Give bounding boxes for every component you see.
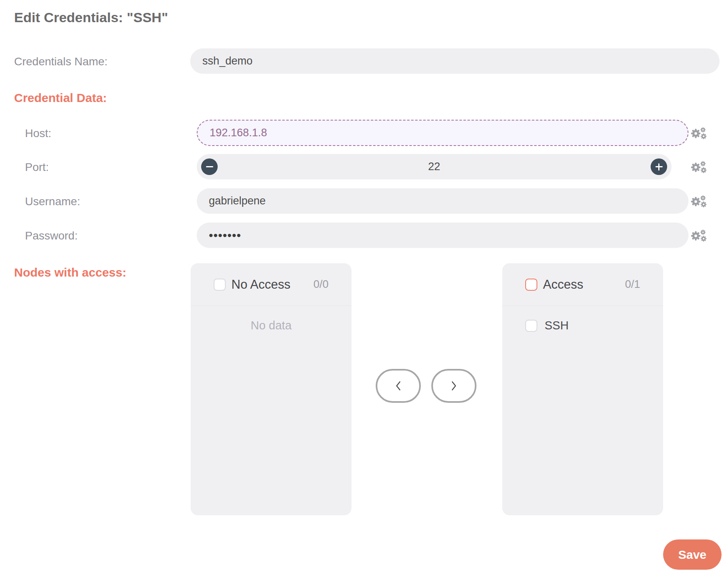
no-access-panel-count: 0/0 [313,278,329,291]
ssh-item-label: SSH [545,319,569,332]
port-value: 22 [197,160,672,173]
credential-data-heading: Credential Data: [14,91,107,105]
username-input[interactable]: gabrielpene [197,188,688,214]
password-settings-gears-icon[interactable] [691,229,707,242]
port-settings-gears-icon[interactable] [691,160,707,173]
username-settings-gears-icon[interactable] [691,195,707,208]
username-value: gabrielpene [209,195,266,207]
no-access-panel-header: No Access 0/0 [191,263,352,306]
host-value: 192.168.1.8 [210,127,267,139]
host-input[interactable]: 192.168.1.8 [197,120,688,146]
credentials-name-value: ssh_demo [202,55,253,67]
nodes-with-access-heading: Nodes with access: [14,266,126,279]
no-access-empty-text: No data [191,319,352,332]
access-panel: Access 0/1 SSH [502,263,663,515]
ssh-item-checkbox[interactable] [525,320,537,332]
port-label: Port: [25,161,49,174]
page-title: Edit Credentials: "SSH" [14,10,168,25]
password-input[interactable]: ••••••• [197,223,688,248]
save-button[interactable]: Save [663,539,722,570]
port-increment-button[interactable] [651,158,667,175]
chevron-right-icon [450,380,458,391]
password-label: Password: [25,229,78,242]
host-label: Host: [25,127,51,140]
chevron-left-icon [394,380,402,391]
access-panel-header: Access 0/1 [502,263,663,306]
username-label: Username: [25,195,80,208]
access-panel-count: 0/1 [625,278,640,291]
credentials-name-input[interactable]: ssh_demo [190,48,720,74]
access-panel-item-ssh[interactable]: SSH [502,319,663,332]
no-access-select-all-checkbox[interactable] [214,279,226,291]
port-input[interactable]: 22 [197,154,672,179]
no-access-panel: No Access 0/0 No data [191,263,352,515]
access-select-all-checkbox[interactable] [525,279,537,291]
move-to-access-button[interactable] [431,369,476,403]
credentials-name-label: Credentials Name: [14,55,108,68]
host-settings-gears-icon[interactable] [691,127,707,140]
password-value: ••••••• [209,229,241,242]
no-access-panel-title: No Access [231,277,290,292]
move-to-no-access-button[interactable] [376,369,421,403]
access-panel-title: Access [543,277,583,292]
